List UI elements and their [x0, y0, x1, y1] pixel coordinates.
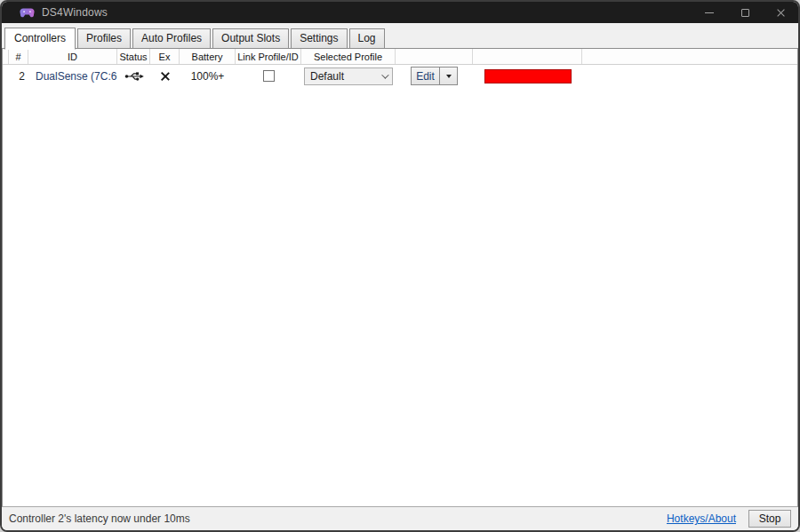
close-button[interactable]	[763, 2, 798, 23]
dropdown-arrow-icon	[446, 75, 452, 78]
maximize-icon	[741, 9, 749, 17]
chevron-down-icon	[381, 71, 388, 78]
column-header-link-profile[interactable]: Link Profile/ID	[236, 49, 301, 64]
minimize-icon	[705, 12, 714, 13]
battery-level: 100%+	[180, 65, 236, 87]
edit-dropdown-button[interactable]	[440, 67, 458, 85]
hotkeys-about-link[interactable]: Hotkeys/About	[667, 512, 736, 525]
title-bar: DS4Windows	[2, 2, 798, 23]
edit-cell: Edit	[396, 65, 473, 87]
grid-header-row: # ID Status Ex Battery Link Profile/ID S…	[3, 49, 797, 65]
gamepad-icon	[20, 7, 35, 19]
edit-split-button: Edit	[411, 67, 458, 85]
tab-log[interactable]: Log	[349, 28, 385, 49]
column-header-spacer	[582, 49, 797, 64]
lightbar-cell	[473, 65, 582, 87]
tab-strip: Controllers Profiles Auto Profiles Outpu…	[2, 23, 798, 48]
close-icon	[776, 8, 786, 18]
controller-number: 2	[9, 65, 28, 87]
maximize-button[interactable]	[727, 2, 763, 23]
minimize-button[interactable]	[692, 2, 727, 23]
tab-controllers[interactable]: Controllers	[4, 28, 76, 50]
column-header-edit	[396, 49, 473, 64]
cross-icon	[160, 71, 171, 82]
exclusive-cell	[150, 65, 180, 87]
status-cell	[117, 65, 150, 87]
column-header-number[interactable]: #	[9, 49, 28, 64]
controller-id: DualSense (7C:66:EF:	[28, 65, 117, 87]
profile-select-value: Default	[310, 70, 381, 83]
column-header-battery[interactable]: Battery	[180, 49, 236, 64]
status-bar: Controller 2's latency now under 10ms Ho…	[2, 507, 798, 530]
tab-profiles[interactable]: Profiles	[77, 28, 131, 49]
row-spacer	[582, 65, 797, 87]
window-title: DS4Windows	[42, 6, 108, 19]
edit-button[interactable]: Edit	[411, 67, 440, 85]
usb-icon	[124, 71, 144, 82]
column-header-lightbar	[473, 49, 582, 64]
column-header-ex[interactable]: Ex	[150, 49, 180, 64]
link-profile-cell	[236, 65, 301, 87]
tab-settings[interactable]: Settings	[291, 28, 347, 49]
link-profile-checkbox[interactable]	[263, 70, 275, 82]
controller-row: 2 DualSense (7C:66:EF:	[3, 65, 797, 87]
tab-auto-profiles[interactable]: Auto Profiles	[132, 28, 211, 49]
lightbar-color-swatch[interactable]	[484, 69, 572, 83]
ds4windows-window: DS4Windows Controllers Profiles Auto Pro…	[0, 0, 800, 532]
window-controls	[692, 2, 798, 23]
column-header-id[interactable]: ID	[28, 49, 117, 64]
column-header-status[interactable]: Status	[117, 49, 150, 64]
row-header	[3, 65, 9, 87]
selected-profile-cell: Default	[301, 65, 396, 87]
row-header-strip	[3, 49, 9, 64]
controllers-panel: # ID Status Ex Battery Link Profile/ID S…	[2, 48, 798, 507]
profile-select[interactable]: Default	[304, 67, 393, 85]
column-header-selected-profile[interactable]: Selected Profile	[301, 49, 396, 64]
stop-button[interactable]: Stop	[748, 510, 791, 528]
tab-output-slots[interactable]: Output Slots	[212, 28, 289, 49]
status-message: Controller 2's latency now under 10ms	[9, 512, 190, 525]
